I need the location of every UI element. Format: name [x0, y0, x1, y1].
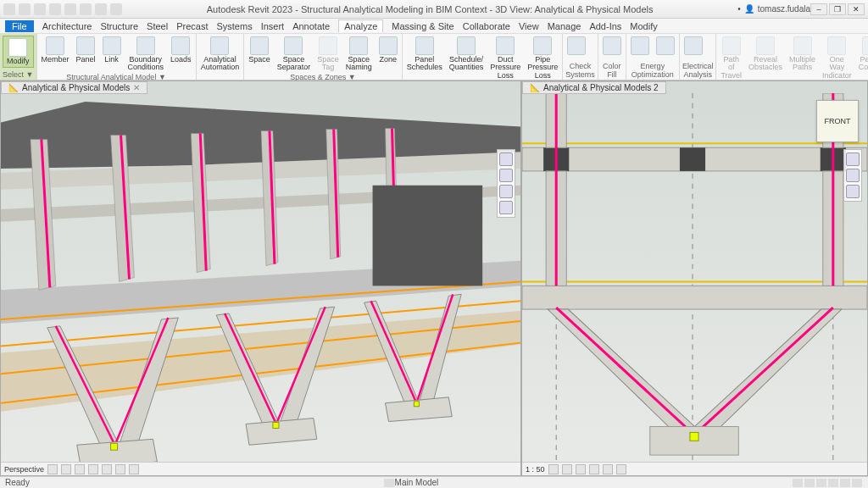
modify-button[interactable]: Modify [3, 36, 34, 68]
tab-collaborate[interactable]: Collaborate [463, 21, 510, 31]
sun-path-icon[interactable] [75, 464, 85, 474]
energy-opt-button-2[interactable] [654, 36, 676, 56]
drag-elements-icon[interactable] [840, 479, 850, 487]
tab-architecture[interactable]: Architecture [42, 21, 92, 31]
steering-wheel-icon[interactable] [499, 152, 513, 166]
energy-opt-button[interactable] [629, 36, 651, 56]
crop-icon[interactable] [603, 464, 613, 474]
space-button[interactable]: Space [247, 36, 272, 64]
svg-rect-39 [373, 186, 483, 286]
ribbon: Modify Select ▼ Member Panel Link Bounda… [0, 34, 868, 80]
svg-rect-37 [273, 423, 279, 429]
tab-view[interactable]: View [519, 21, 539, 31]
close-button[interactable]: ✕ [848, 3, 865, 15]
view-cube[interactable]: FRONT [816, 100, 859, 142]
zoom-icon[interactable] [846, 185, 860, 198]
multiple-paths-button: MultiplePaths [787, 36, 817, 73]
reveal-obstacles-button: RevealObstacles [747, 36, 784, 73]
svg-line-59 [694, 308, 833, 435]
elec-analysis-button[interactable] [682, 36, 704, 56]
tab-systems[interactable]: Systems [216, 21, 252, 31]
path-travel-button: Path ofTravel [719, 36, 743, 80]
tab-addins[interactable]: Add-Ins [589, 21, 621, 31]
view-right-elevation[interactable]: 📐Analytical & Physical Models 2 FRONT [521, 80, 868, 476]
redo-icon[interactable] [64, 3, 76, 15]
analytical-automation-button[interactable]: AnalyticalAutomation [199, 36, 242, 73]
ribbon-group-select: Modify Select ▼ [0, 34, 37, 80]
tab-analyze[interactable]: Analyze [338, 19, 383, 32]
scale-label[interactable]: Perspective [4, 465, 44, 474]
tab-steel[interactable]: Steel [147, 21, 168, 31]
user-account[interactable]: •👤tomasz.fudala [737, 4, 810, 14]
minimize-button[interactable]: – [810, 3, 827, 15]
scale-label[interactable]: 1 : 50 [526, 465, 545, 474]
undo-icon[interactable] [49, 3, 61, 15]
select-face-icon[interactable] [828, 479, 838, 487]
reveal-hidden-icon[interactable] [129, 464, 139, 474]
tab-structure[interactable]: Structure [100, 21, 138, 31]
select-underlay-icon[interactable] [804, 479, 815, 487]
ribbon-group-reports: PanelSchedules Schedule/Quantities Duct … [403, 34, 564, 80]
boundary-conditions-button[interactable]: BoundaryConditions [126, 36, 166, 73]
space-separator-button[interactable]: SpaceSeparator [275, 36, 313, 73]
zoom-icon[interactable] [499, 185, 513, 198]
print-icon[interactable] [80, 3, 92, 15]
detail-level-icon[interactable] [548, 464, 559, 474]
status-bar: Ready Main Model [0, 476, 868, 488]
measure-icon[interactable] [110, 3, 122, 15]
member-button[interactable]: Member [40, 36, 71, 64]
hide-isolate-icon[interactable] [616, 464, 626, 474]
space-tag-button: SpaceTag [315, 36, 341, 73]
select-pinned-icon[interactable] [816, 479, 826, 487]
select-links-icon[interactable] [793, 479, 803, 487]
loads-button[interactable]: Loads [169, 36, 193, 64]
check-systems-button[interactable] [565, 36, 587, 56]
maximize-button[interactable]: ❐ [829, 3, 846, 15]
worksets-icon[interactable] [384, 479, 394, 487]
space-naming-button[interactable]: SpaceNaming [344, 36, 374, 73]
filter-icon[interactable] [852, 479, 862, 487]
scene-elevation [522, 93, 867, 462]
view-tab-right[interactable]: 📐Analytical & Physical Models 2 [522, 81, 666, 94]
tab-annotate[interactable]: Annotate [292, 21, 330, 31]
svg-rect-48 [680, 147, 705, 171]
orbit-icon[interactable] [499, 201, 513, 214]
steering-wheel-icon[interactable] [846, 152, 860, 166]
shadows-icon[interactable] [589, 464, 599, 474]
pan-icon[interactable] [846, 169, 860, 182]
user-icon: 👤 [744, 4, 754, 14]
sun-path-icon[interactable] [576, 464, 586, 474]
link-button[interactable]: Link [101, 36, 123, 64]
title-bar: Autodesk Revit 2023 - Structural Analyti… [0, 0, 868, 19]
panel-button[interactable]: Panel [75, 36, 97, 64]
open-icon[interactable] [19, 3, 31, 15]
tab-massing[interactable]: Massing & Site [392, 21, 453, 31]
workspace: 📐Analytical & Physical Models✕ [0, 80, 868, 476]
save-icon[interactable] [34, 3, 46, 15]
tab-insert[interactable]: Insert [261, 21, 285, 31]
tab-manage[interactable]: Manage [548, 21, 581, 31]
shadows-icon[interactable] [88, 464, 98, 474]
visual-style-icon[interactable] [61, 464, 71, 474]
crop-icon[interactable] [102, 464, 112, 474]
close-tab-icon[interactable]: ✕ [133, 83, 140, 92]
hide-isolate-icon[interactable] [115, 464, 125, 474]
ribbon-group-sam: Member Panel Link BoundaryConditions Loa… [37, 34, 197, 80]
schedule-quantities-button[interactable]: Schedule/Quantities [448, 36, 486, 73]
sync-icon[interactable] [95, 3, 107, 15]
people-content-button: PeopleContent [857, 36, 868, 73]
model-label[interactable]: Main Model [395, 478, 439, 487]
detail-level-icon[interactable] [47, 464, 58, 474]
view-left-3d[interactable]: 📐Analytical & Physical Models✕ [0, 80, 521, 476]
app-icon[interactable] [3, 3, 15, 15]
tab-file[interactable]: File [5, 20, 34, 32]
pan-icon[interactable] [499, 169, 513, 182]
view-tab-left[interactable]: 📐Analytical & Physical Models✕ [1, 81, 147, 94]
visual-style-icon[interactable] [562, 464, 572, 474]
tab-precast[interactable]: Precast [176, 21, 208, 31]
panel-schedules-button[interactable]: PanelSchedules [405, 36, 444, 73]
zone-button[interactable]: Zone [377, 36, 399, 64]
tab-modify[interactable]: Modify [630, 21, 657, 31]
svg-rect-61 [690, 432, 698, 441]
color-fill-button[interactable] [601, 36, 623, 56]
